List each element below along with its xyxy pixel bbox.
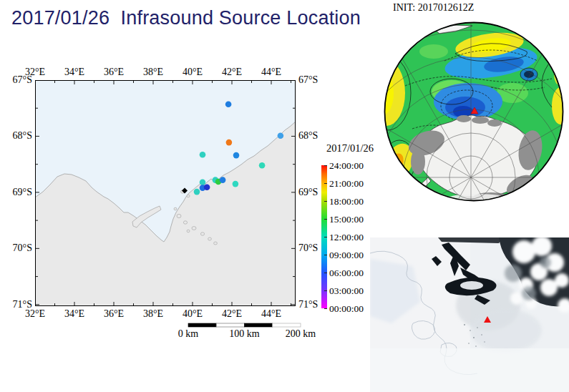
colorbar-tick-label: 03:00:00 bbox=[329, 286, 364, 296]
colorbar-tick-label: 06:00:00 bbox=[329, 268, 364, 278]
lat-label-left: 68°S bbox=[2, 131, 32, 141]
colorbar-tick-mark bbox=[324, 255, 327, 255]
infrasound-event-dot bbox=[259, 162, 266, 169]
infrasound-event-dot bbox=[204, 185, 210, 191]
lon-label-bottom: 34°E bbox=[60, 309, 89, 319]
infrasound-event-dot bbox=[220, 177, 226, 183]
colorbar-tick-mark bbox=[324, 273, 327, 273]
hemisphere-model-map bbox=[384, 21, 564, 202]
scale-bar-label: 100 km bbox=[223, 329, 266, 339]
colorbar-tick-label: 09:00:00 bbox=[329, 250, 364, 260]
infrasound-event-dot bbox=[225, 101, 232, 107]
lon-label-bottom: 44°E bbox=[257, 309, 286, 319]
lon-label-bottom: 38°E bbox=[139, 309, 167, 319]
lat-label-right: 68°S bbox=[298, 131, 329, 141]
colorbar-tick-mark bbox=[324, 165, 327, 166]
location-map bbox=[35, 80, 296, 306]
colorbar-title: 2017/01/26 bbox=[326, 143, 374, 154]
infrasound-event-dot bbox=[194, 189, 200, 195]
lon-label-top: 38°E bbox=[139, 67, 167, 77]
lat-label-left: 69°S bbox=[2, 187, 32, 197]
lon-label-bottom: 36°E bbox=[99, 309, 128, 319]
scale-bar-label: 200 km bbox=[279, 329, 322, 339]
iceberg bbox=[460, 281, 483, 290]
colorbar-tick-label: 24:00:00 bbox=[329, 161, 364, 171]
infrasound-event-dot bbox=[200, 152, 206, 158]
lat-label-left: 70°S bbox=[2, 243, 32, 253]
infrasound-event-dot bbox=[278, 132, 284, 139]
colorbar-tick-mark bbox=[324, 219, 327, 220]
colorbar-tick-mark bbox=[324, 201, 327, 202]
colorbar-tick-mark bbox=[324, 237, 327, 237]
lon-label-bottom: 32°E bbox=[21, 309, 49, 319]
scale-bar-label: 0 km bbox=[167, 329, 210, 339]
lat-label-left: 71°S bbox=[2, 300, 32, 310]
location-map-panel bbox=[35, 80, 296, 306]
hemisphere-model-panel bbox=[384, 21, 564, 202]
lat-label-right: 67°S bbox=[298, 75, 329, 85]
lat-label-left: 67°S bbox=[2, 75, 32, 85]
colorbar-tick-mark bbox=[324, 290, 327, 291]
satellite-image bbox=[370, 237, 569, 392]
scale-bar-segments bbox=[185, 320, 306, 330]
lon-label-top: 44°E bbox=[257, 67, 286, 77]
snow-foreground bbox=[370, 348, 569, 392]
satellite-image-panel bbox=[370, 237, 569, 392]
infrasound-event-dot bbox=[233, 181, 239, 187]
lon-label-top: 36°E bbox=[99, 67, 128, 77]
lon-label-top: 40°E bbox=[178, 67, 207, 77]
infrasound-event-dot bbox=[200, 180, 206, 186]
thin-ice-smudge-2 bbox=[470, 309, 542, 352]
figure-canvas: 2017/01/26 Infrasound Source Location 32… bbox=[0, 0, 569, 392]
page-title: 2017/01/26 Infrasound Source Location bbox=[11, 7, 361, 29]
colorbar-tick-label: 00:00:00 bbox=[329, 304, 364, 314]
lon-label-bottom: 40°E bbox=[178, 309, 207, 319]
lon-label-top: 42°E bbox=[218, 67, 246, 77]
lon-label-bottom: 42°E bbox=[218, 309, 246, 319]
colorbar-tick-label: 15:00:00 bbox=[329, 215, 364, 225]
infrasound-event-dot bbox=[226, 139, 233, 146]
infrasound-event-dot bbox=[233, 152, 240, 159]
colorbar-tick-mark bbox=[324, 183, 327, 184]
colorbar-tick-mark bbox=[324, 308, 327, 309]
lon-label-top: 34°E bbox=[60, 67, 89, 77]
colorbar-tick-label: 21:00:00 bbox=[329, 179, 364, 189]
globe-init-label: INIT: 2017012612Z bbox=[393, 2, 474, 14]
colorbar-tick-label: 12:00:00 bbox=[329, 232, 364, 242]
colorbar-tick-label: 18:00:00 bbox=[329, 197, 364, 207]
